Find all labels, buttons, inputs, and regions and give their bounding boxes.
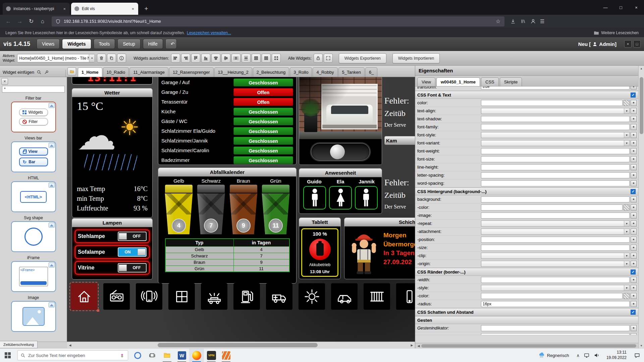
- property-input[interactable]: [481, 124, 630, 130]
- property-select[interactable]: [481, 140, 630, 146]
- tab-close-icon[interactable]: ×: [131, 6, 135, 11]
- lock-icon[interactable]: [314, 54, 323, 63]
- color-picker-button[interactable]: [624, 100, 630, 106]
- start-button[interactable]: [0, 349, 15, 362]
- property-input[interactable]: [481, 116, 630, 122]
- binding-button[interactable]: [631, 204, 637, 210]
- palette-filter-input[interactable]: *: [2, 86, 65, 93]
- property-input[interactable]: [481, 237, 630, 243]
- binding-button[interactable]: [631, 100, 637, 106]
- property-select[interactable]: [481, 285, 630, 291]
- manage-bookmarks-link[interactable]: Lesezeichen verwalten...: [187, 31, 231, 35]
- center-h-icon[interactable]: [211, 54, 220, 63]
- view-tab-6_[interactable]: 6_: [365, 67, 377, 77]
- property-input[interactable]: true: [481, 86, 630, 89]
- lamp-toggle[interactable]: ON: [118, 247, 147, 257]
- section-checkbox[interactable]: [631, 310, 636, 315]
- back-button-icon[interactable]: ←: [3, 16, 13, 26]
- property-input[interactable]: [481, 277, 630, 283]
- properties-horizontal-scrollbar[interactable]: ◀: [415, 343, 638, 348]
- scroll-up-arrow[interactable]: ▲: [640, 66, 643, 71]
- property-input[interactable]: [481, 172, 630, 178]
- binding-button[interactable]: [631, 108, 637, 114]
- shield-icon[interactable]: [55, 18, 61, 24]
- vis-menu-views[interactable]: Views: [37, 39, 60, 49]
- binding-button[interactable]: [631, 221, 637, 227]
- binding-button[interactable]: [631, 148, 637, 154]
- binding-button[interactable]: [631, 237, 637, 243]
- property-input[interactable]: [481, 180, 630, 186]
- align-top-icon[interactable]: [191, 54, 200, 63]
- clock-widget[interactable]: 13:11:1: [72, 77, 153, 84]
- binding-button[interactable]: [631, 196, 637, 202]
- scroll-down-arrow[interactable]: ▼: [640, 343, 643, 348]
- person-female-icon[interactable]: [329, 186, 352, 209]
- binding-button[interactable]: [631, 285, 637, 291]
- garage-door-toggle[interactable]: [311, 143, 370, 161]
- door-status-widget[interactable]: Garage / AufGeschlossenGarage / ZuOffenT…: [158, 77, 297, 165]
- view-tab-1_Home[interactable]: 1_Home: [78, 67, 102, 77]
- door-state-button[interactable]: Geschlossen: [233, 78, 293, 86]
- property-input[interactable]: [481, 196, 630, 202]
- import-widgets-button[interactable]: Widgets Importieren: [392, 53, 440, 63]
- nav-tile-fuel[interactable]: [233, 283, 260, 310]
- vis-canvas[interactable]: 13:11:1 Wetter 15 °C ☀ ☁ max Temp16°Cmin…: [67, 77, 415, 342]
- url-bar[interactable]: 192.168.178.151:8082/vis/edit.html?Neu#1…: [52, 16, 504, 26]
- align-bottom-icon[interactable]: [201, 54, 210, 63]
- property-select[interactable]: [481, 221, 630, 227]
- nav-tile-home[interactable]: [71, 283, 97, 310]
- view-tab-3_Rollo[interactable]: 3_Rollo: [290, 67, 312, 77]
- nav-tile-car[interactable]: [331, 283, 358, 310]
- nav-tile-phone[interactable]: [396, 283, 415, 310]
- vpn-button[interactable]: VPN: [204, 349, 219, 362]
- weather-widget[interactable]: Wetter 15 °C ☀ ☁ max Temp16°Cmin Temp8°C…: [72, 88, 153, 218]
- account-icon[interactable]: [530, 18, 536, 24]
- garage-camera-widget[interactable]: [299, 77, 382, 165]
- view-tab-2_Beleuchtung[interactable]: 2_Beleuchtung: [253, 67, 289, 77]
- door-state-button[interactable]: Geschlossen: [233, 156, 293, 164]
- view-tab-4_Robby[interactable]: 4_Robby: [313, 67, 337, 77]
- menu-icon[interactable]: ☰: [540, 18, 544, 24]
- lamp-toggle[interactable]: OFF: [118, 263, 147, 273]
- nav-tile-radio[interactable]: [103, 283, 130, 310]
- pin-icon[interactable]: [44, 70, 49, 75]
- close-button[interactable]: ×: [629, 0, 644, 15]
- minimize-button[interactable]: —: [598, 0, 613, 15]
- vis-menu-tools[interactable]: Tools: [94, 39, 115, 49]
- property-input[interactable]: [481, 245, 630, 251]
- props-tab-View[interactable]: View: [417, 77, 435, 86]
- nav-tile-sprinkler[interactable]: [201, 283, 227, 310]
- props-tab-Skripte[interactable]: Skripte: [500, 77, 522, 86]
- binding-button[interactable]: [631, 172, 637, 178]
- vis-maximize-button[interactable]: □: [633, 40, 641, 48]
- vis-menu-hilfe[interactable]: Hilfe: [143, 39, 163, 49]
- bar-button[interactable]: Bar: [19, 158, 48, 166]
- binding-button[interactable]: [631, 229, 637, 235]
- nav-tile-radiator[interactable]: [364, 283, 390, 310]
- palette-card-views[interactable]: ViewBar: [11, 141, 56, 172]
- copy-icon[interactable]: [107, 54, 116, 63]
- section-checkbox[interactable]: [631, 269, 636, 275]
- door-state-button[interactable]: Offen: [233, 98, 293, 106]
- shift-widget[interactable]: Schicht: [344, 218, 415, 279]
- waste-calendar-widget[interactable]: Abfallkalender Gelb4Schwarz7Braun9Grün11…: [158, 168, 297, 284]
- filter-button[interactable]: Filter: [19, 118, 48, 125]
- property-select[interactable]: [481, 132, 630, 138]
- scrollbar-thumb[interactable]: [158, 343, 318, 347]
- cortana-button[interactable]: [130, 349, 145, 362]
- nav-tile-alarm[interactable]: [136, 283, 162, 310]
- view-tab-11_Alarmanlage[interactable]: 11_Alarmanlage: [129, 67, 168, 77]
- scroll-left-arrow[interactable]: ◀: [67, 344, 73, 347]
- views-folder-button[interactable]: [67, 67, 76, 75]
- download-icon[interactable]: [510, 18, 516, 24]
- scroll-right-arrow[interactable]: ▶: [409, 344, 415, 347]
- view-button[interactable]: View: [19, 147, 48, 156]
- scrollbar-thumb[interactable]: [421, 344, 636, 348]
- section-checkbox[interactable]: [631, 93, 636, 98]
- tablet-widget[interactable]: Tablett 100 % Akkubetrieb 13:08 Uhr: [299, 218, 341, 279]
- trash-icon[interactable]: [97, 54, 106, 63]
- library-icon[interactable]: [520, 18, 526, 24]
- section-checkbox[interactable]: [631, 189, 636, 194]
- reload-button-icon[interactable]: ↻: [26, 16, 36, 26]
- property-input[interactable]: [481, 156, 630, 162]
